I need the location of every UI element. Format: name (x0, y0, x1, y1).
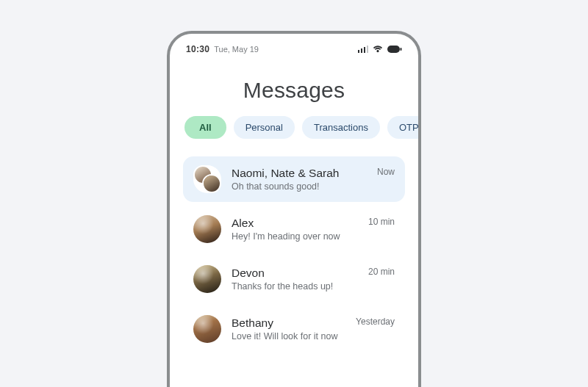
filter-chip-otps[interactable]: OTPs (387, 116, 421, 139)
status-time: 10:30 (186, 44, 209, 54)
conversation-time: Now (377, 167, 395, 177)
avatar (193, 265, 221, 293)
conversation-item[interactable]: Naomi, Nate & Sarah Oh that sounds good!… (183, 156, 405, 202)
status-right (358, 46, 402, 53)
conversation-name: Naomi, Nate & Sarah (232, 167, 367, 180)
avatar (193, 315, 221, 343)
conversation-preview: Thanks for the heads up! (232, 281, 358, 292)
filter-chip-transactions[interactable]: Transactions (302, 116, 380, 139)
svg-rect-3 (367, 46, 368, 53)
conversation-preview: Oh that sounds good! (232, 181, 367, 192)
svg-rect-2 (364, 47, 365, 53)
avatar (204, 176, 220, 192)
conversation-list: Naomi, Nate & Sarah Oh that sounds good!… (183, 156, 405, 352)
conversation-main: Naomi, Nate & Sarah Oh that sounds good! (232, 167, 367, 192)
screen: 10:30 Tue, May 19 Messages All Personal … (170, 34, 418, 352)
conversation-time: 20 min (368, 267, 395, 277)
conversation-main: Bethany Love it! Will look for it now (232, 317, 345, 341)
filter-chip-row: All Personal Transactions OTPs (183, 116, 405, 139)
conversation-name: Alex (232, 217, 358, 230)
conversation-name: Devon (232, 267, 358, 280)
conversation-time: 10 min (368, 217, 395, 227)
conversation-preview: Love it! Will look for it now (232, 331, 345, 341)
avatar (193, 215, 221, 243)
conversation-name: Bethany (232, 317, 345, 330)
conversation-main: Alex Hey! I'm heading over now (232, 217, 358, 242)
status-bar: 10:30 Tue, May 19 (183, 44, 405, 60)
phone-frame: 10:30 Tue, May 19 Messages All Personal … (167, 31, 421, 387)
conversation-item[interactable]: Devon Thanks for the heads up! 20 min (183, 256, 405, 302)
filter-chip-personal[interactable]: Personal (234, 116, 295, 139)
avatar-group (193, 165, 221, 193)
wifi-icon (373, 46, 383, 53)
conversation-item[interactable]: Alex Hey! I'm heading over now 10 min (183, 206, 405, 252)
page-title: Messages (183, 78, 405, 103)
status-date: Tue, May 19 (214, 45, 259, 54)
battery-icon (387, 46, 402, 53)
svg-rect-0 (358, 50, 359, 53)
status-left: 10:30 Tue, May 19 (186, 44, 259, 54)
conversation-preview: Hey! I'm heading over now (232, 231, 358, 242)
conversation-main: Devon Thanks for the heads up! (232, 267, 358, 292)
filter-chip-all[interactable]: All (184, 116, 226, 139)
cellular-icon (358, 46, 368, 53)
svg-rect-1 (361, 48, 362, 53)
conversation-time: Yesterday (356, 317, 395, 327)
svg-rect-4 (387, 46, 400, 53)
svg-rect-5 (401, 48, 402, 51)
conversation-item[interactable]: Bethany Love it! Will look for it now Ye… (183, 306, 405, 352)
